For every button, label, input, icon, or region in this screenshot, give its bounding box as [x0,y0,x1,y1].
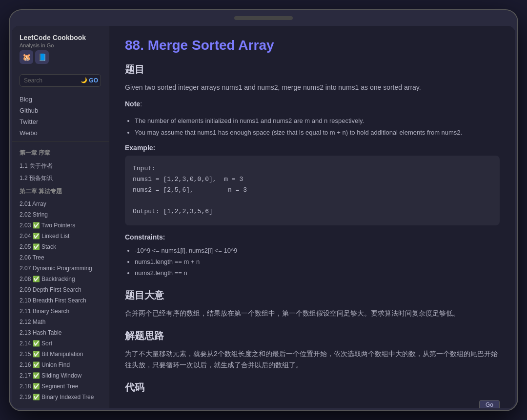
logo-subtitle: Analysis in Go [20,42,101,48]
search-bar[interactable]: 🌙 GO [20,74,101,87]
sidebar-item-2-09[interactable]: 2.09 Depth First Search [12,284,109,295]
sidebar-item-2-04[interactable]: 2.04 ✅ Linked List [12,231,109,241]
tablet-content: LeetCode Cookbook Analysis in Go 🐹 📘 🌙 G… [12,26,515,408]
sidebar-item-2-03[interactable]: 2.03 ✅ Two Pointers [12,220,109,231]
section-title-1: 题目 [125,63,500,76]
problem-description: Given two sorted integer arrays nums1 an… [125,82,500,93]
tablet-top-bar [10,10,517,26]
summary-text: 合并两个已经有序的数组，结果放在第一个数组中，第一个数组假设空间足够大。要求算法… [125,308,500,320]
constraint-2: nums1.length == m + n [135,256,500,267]
approach-text: 为了不大量移动元素，就要从2个数组长度之和的最后一个位置开始，依次选取两个数组中… [125,348,500,372]
note-bullets: The number of elements initialized in nu… [135,115,500,138]
sidebar-item-2-01[interactable]: 2.01 Array [12,199,109,209]
sidebar-item-2-15[interactable]: 2.15 ✅ Bit Manipulation [12,349,109,360]
moon-icon: 🌙 [81,77,87,84]
constraints-list: -10^9 <= nums1[i], nums2[i] <= 10^9 nums… [135,245,500,279]
tablet-frame: LeetCode Cookbook Analysis in Go 🐹 📘 🌙 G… [10,10,517,410]
section-title-4: 代码 [125,381,500,394]
sidebar-item-1-1[interactable]: 1.1 关于作者 [12,160,109,172]
nav-github[interactable]: Github [20,106,101,115]
nav-blog[interactable]: Blog [20,95,101,104]
example-code: Input: nums1 = [1,2,3,0,0,0], m = 3 nums… [125,156,500,225]
example-label: Example: [125,144,500,152]
logo-icon-2: 📘 [35,50,49,64]
bullet-1: The number of elements initialized in nu… [135,115,500,126]
section-title-3: 解题思路 [125,329,500,342]
sidebar-item-2-18[interactable]: 2.18 ✅ Segment Tree [12,381,109,392]
go-icon: GO [89,77,98,84]
go-button[interactable]: Go [479,400,500,408]
sidebar-item-2-12[interactable]: 2.12 Math [12,317,109,327]
sidebar-item-2-05[interactable]: 2.05 ✅ Stack [12,241,109,252]
sidebar-item-2-06[interactable]: 2.06 Tree [12,252,109,263]
constraints-label: Constraints: [125,233,500,241]
nav-weibo[interactable]: Weibo [20,128,101,138]
sidebar-item-2-08[interactable]: 2.08 ✅ Backtracking [12,274,109,284]
sidebar-item-2-10[interactable]: 2.10 Breadth First Search [12,295,109,306]
sidebar: LeetCode Cookbook Analysis in Go 🐹 📘 🌙 G… [12,26,109,408]
constraint-1: -10^9 <= nums1[i], nums2[i] <= 10^9 [135,245,500,256]
logo-icons: 🐹 📘 [20,50,101,64]
tablet-camera [234,16,293,20]
nav-twitter[interactable]: Twitter [20,117,101,126]
sidebar-item-2-11[interactable]: 2.11 Binary Search [12,306,109,317]
sidebar-item-2-19[interactable]: 2.19 ✅ Binary Indexed Tree [12,392,109,402]
page-title: 88. Merge Sorted Array [125,38,500,53]
note-block: Note: [125,99,500,109]
chapter-2-title: 第二章 算法专题 [12,184,109,199]
bullet-2: You may assume that nums1 has enough spa… [135,127,500,138]
note-label: Note [125,100,140,108]
constraint-3: nums2.length == n [135,267,500,279]
search-icons: 🌙 GO [81,77,98,84]
sidebar-item-2-16[interactable]: 2.16 ✅ Union Find [12,360,109,370]
code-header: Go [125,400,500,408]
chapter-1-title: 第一章 序章 [12,146,109,160]
main-content: 88. Merge Sorted Array 题目 Given two sort… [109,26,515,408]
section-title-2: 题目大意 [125,289,500,302]
logo-icon-1: 🐹 [20,50,33,64]
sidebar-item-2-13[interactable]: 2.13 Hash Table [12,327,109,338]
logo-title: LeetCode Cookbook [20,34,101,41]
sidebar-item-2-17[interactable]: 2.17 ✅ Sliding Window [12,370,109,381]
logo-area: LeetCode Cookbook Analysis in Go 🐹 📘 [12,34,109,70]
sidebar-item-2-07[interactable]: 2.07 Dynamic Programming [12,263,109,274]
sidebar-item-2-14[interactable]: 2.14 ✅ Sort [12,338,109,349]
nav-links: Blog Github Twitter Weibo [12,91,109,142]
sidebar-item-2-02[interactable]: 2.02 String [12,209,109,220]
sidebar-item-1-2[interactable]: 1.2 预备知识 [12,172,109,184]
